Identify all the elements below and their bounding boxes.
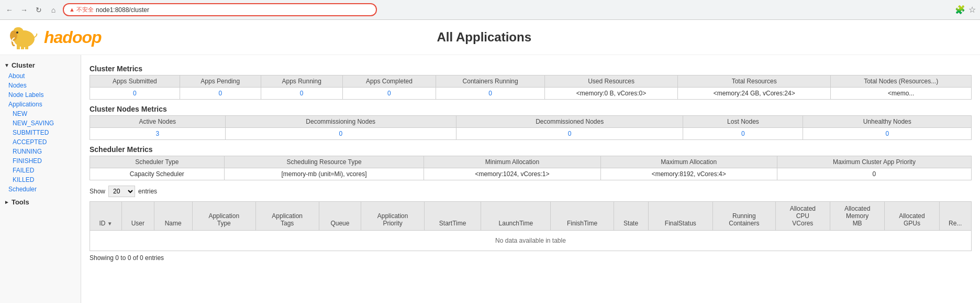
page-title: All Applications (102, 30, 867, 45)
val-decommissioned-nodes: 0 (456, 128, 683, 140)
show-label: Show (90, 188, 105, 195)
hadoop-logo: hadoop (8, 24, 102, 50)
back-button[interactable]: ← (4, 5, 15, 15)
svg-rect-7 (25, 45, 28, 49)
tools-section-header[interactable]: ► Tools (0, 196, 81, 208)
cluster-metrics-row: 0 0 0 0 0 <memory:0 B, vCores:0> <memory… (90, 88, 972, 100)
forward-button[interactable]: → (19, 5, 29, 15)
col-unhealthy-nodes: Unhealthy Nodes (803, 116, 972, 128)
col-apps-running: Apps Running (261, 75, 342, 88)
col-used-resources: Used Resources (545, 75, 678, 88)
val-used-resources: <memory:0 B, vCores:0> (545, 88, 678, 100)
tools-arrow-icon: ► (4, 199, 9, 205)
th-running-containers[interactable]: RunningContainers (713, 202, 776, 231)
th-allocated-gpus[interactable]: AllocatedGPUs (885, 202, 939, 231)
no-data-message: No data available in table (90, 231, 972, 251)
sidebar-item-nodes[interactable]: Nodes (0, 81, 81, 90)
sidebar-item-running[interactable]: RUNNING (0, 147, 81, 156)
cluster-section-header[interactable]: ▼ Cluster (0, 59, 81, 71)
sidebar-item-finished[interactable]: FINISHED (0, 156, 81, 166)
sidebar-item-about[interactable]: About (0, 71, 81, 81)
no-data-row: No data available in table (90, 231, 972, 251)
val-scheduler-type: Capacity Scheduler (90, 168, 225, 180)
sidebar-item-submitted[interactable]: SUBMITTED (0, 128, 81, 137)
col-apps-pending: Apps Pending (180, 75, 261, 88)
app-layout: ▼ Cluster About Nodes Node Labels Applic… (0, 55, 980, 303)
svg-point-4 (16, 31, 18, 34)
th-final-status[interactable]: FinalStatus (648, 202, 712, 231)
home-button[interactable]: ⌂ (48, 5, 59, 15)
col-total-nodes: Total Nodes (Resources...) (831, 75, 972, 88)
show-entries-bar: Show 10 20 50 100 entries (90, 186, 972, 197)
col-max-cluster-app-priority: Maximum Cluster App Priority (777, 156, 971, 168)
apps-table-wrapper: ID ▼ User Name ApplicationType Applicati… (90, 201, 972, 251)
scheduler-metrics-title: Scheduler Metrics (90, 145, 972, 154)
th-finish-time[interactable]: FinishTime (551, 202, 614, 231)
col-decommissioning-nodes: Decommissioning Nodes (225, 116, 456, 128)
th-state[interactable]: State (614, 202, 648, 231)
th-allocated-cpu[interactable]: AllocatedCPUVCores (775, 202, 830, 231)
col-apps-completed: Apps Completed (342, 75, 436, 88)
val-apps-running: 0 (261, 88, 342, 100)
col-decommissioned-nodes: Decommissioned Nodes (456, 116, 683, 128)
sidebar-item-new-saving[interactable]: NEW_SAVING (0, 118, 81, 128)
security-warning: ▲ 不安全 (69, 6, 94, 14)
sidebar-item-node-labels[interactable]: Node Labels (0, 90, 81, 100)
cluster-section: ▼ Cluster About Nodes Node Labels Applic… (0, 59, 81, 194)
cluster-metrics-section: Cluster Metrics Apps Submitted Apps Pend… (90, 64, 972, 100)
th-name[interactable]: Name (154, 202, 192, 231)
svg-rect-5 (17, 45, 20, 49)
th-application-tags[interactable]: ApplicationTags (255, 202, 319, 231)
col-scheduler-type: Scheduler Type (90, 156, 225, 168)
col-scheduling-resource-type: Scheduling Resource Type (224, 156, 424, 168)
cluster-metrics-title: Cluster Metrics (90, 64, 972, 73)
col-apps-submitted: Apps Submitted (90, 75, 180, 88)
col-maximum-allocation: Maximum Allocation (600, 156, 777, 168)
th-start-time[interactable]: StartTime (425, 202, 481, 231)
val-minimum-allocation: <memory:1024, vCores:1> (424, 168, 600, 180)
cluster-metrics-table: Apps Submitted Apps Pending Apps Running… (90, 75, 972, 100)
extensions-button[interactable]: 🧩 (955, 5, 965, 15)
sidebar: ▼ Cluster About Nodes Node Labels Applic… (0, 55, 81, 303)
scheduler-metrics-table: Scheduler Type Scheduling Resource Type … (90, 156, 972, 180)
cluster-nodes-row: 3 0 0 0 0 (90, 128, 972, 140)
bookmark-button[interactable]: ☆ (968, 5, 976, 15)
val-maximum-allocation: <memory:8192, vCores:4> (600, 168, 777, 180)
th-application-priority[interactable]: ApplicationPriority (361, 202, 425, 231)
th-launch-time[interactable]: LaunchTime (481, 202, 551, 231)
val-total-resources: <memory:24 GB, vCores:24> (678, 88, 831, 100)
url-text: node1:8088/cluster (96, 6, 149, 14)
th-user[interactable]: User (122, 202, 154, 231)
val-unhealthy-nodes: 0 (803, 128, 972, 140)
th-application-type[interactable]: ApplicationType (192, 202, 255, 231)
th-reserved[interactable]: Re... (939, 202, 971, 231)
sidebar-item-failed[interactable]: FAILED (0, 166, 81, 175)
sidebar-item-scheduler[interactable]: Scheduler (0, 185, 81, 194)
sidebar-item-accepted[interactable]: ACCEPTED (0, 137, 81, 147)
scheduler-metrics-section: Scheduler Metrics Scheduler Type Schedul… (90, 145, 972, 180)
header: hadoop All Applications (0, 20, 980, 55)
scheduler-metrics-row: Capacity Scheduler [memory-mb (unit=Mi),… (90, 168, 972, 180)
sidebar-item-killed[interactable]: KILLED (0, 175, 81, 185)
th-allocated-memory[interactable]: AllocatedMemoryMB (830, 202, 885, 231)
reload-button[interactable]: ↻ (34, 5, 44, 15)
svg-rect-6 (21, 45, 24, 49)
cluster-label: Cluster (12, 61, 35, 69)
val-decommissioning-nodes: 0 (225, 128, 456, 140)
col-total-resources: Total Resources (678, 75, 831, 88)
val-apps-completed: 0 (342, 88, 436, 100)
th-id[interactable]: ID ▼ (90, 202, 122, 231)
hadoop-elephant-icon (8, 24, 40, 50)
sidebar-item-applications[interactable]: Applications (0, 100, 81, 109)
val-total-nodes: <memo... (831, 88, 972, 100)
val-lost-nodes: 0 (683, 128, 803, 140)
col-containers-running: Containers Running (436, 75, 545, 88)
address-bar[interactable]: ▲ 不安全 node1:8088/cluster (63, 3, 377, 16)
val-apps-pending: 0 (180, 88, 261, 100)
val-apps-submitted: 0 (90, 88, 180, 100)
entries-select[interactable]: 10 20 50 100 (108, 186, 135, 197)
sidebar-item-new[interactable]: NEW (0, 109, 81, 118)
th-queue[interactable]: Queue (319, 202, 361, 231)
val-scheduling-resource-type: [memory-mb (unit=Mi), vcores] (224, 168, 424, 180)
browser-chrome: ← → ↻ ⌂ ▲ 不安全 node1:8088/cluster 🧩 ☆ (0, 0, 980, 20)
